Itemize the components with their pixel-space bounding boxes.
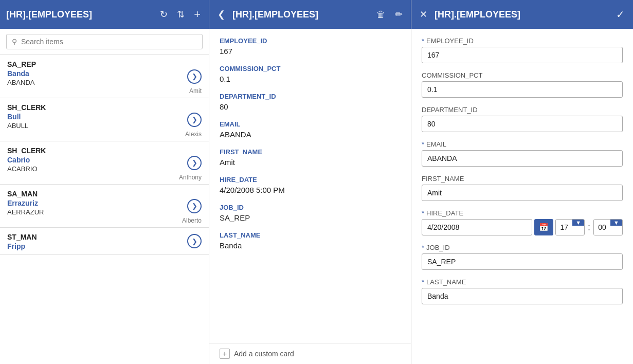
- list-item-code: ABANDA: [7, 79, 202, 86]
- edit-label: *EMPLOYEE_ID: [422, 37, 623, 45]
- commission-input[interactable]: [422, 81, 623, 98]
- refresh-icon[interactable]: ↻: [158, 7, 170, 22]
- detail-field-jobid: JOB_ID SA_REP: [220, 204, 401, 222]
- detail-panel-header: ❮ [HR].[EMPLOYEES] 🗑 ✏: [209, 0, 411, 29]
- delete-icon[interactable]: 🗑: [374, 7, 388, 22]
- date-input[interactable]: [422, 219, 532, 235]
- edit-field-employee-id: *EMPLOYEE_ID: [422, 37, 623, 63]
- list-item-code: ACABRIO: [7, 165, 202, 173]
- list-item-secondary: Alexis: [7, 131, 202, 138]
- list-item-name: Errazuriz: [7, 199, 202, 207]
- list-item-name: Cabrio: [7, 156, 202, 164]
- edit-field-email: *EMAIL: [422, 140, 623, 167]
- edit-label: *JOB_ID: [422, 244, 623, 251]
- edit-panel-header: ✕ [HR].[EMPLOYEES] ✓: [411, 0, 633, 29]
- list-item-job: ST_MAN: [7, 233, 202, 241]
- arrow-right-icon[interactable]: ❯: [187, 234, 202, 248]
- edit-panel-title: [HR].[EMPLOYEES]: [435, 9, 609, 20]
- lastname-input[interactable]: [422, 288, 623, 304]
- arrow-right-icon[interactable]: ❯: [187, 199, 202, 213]
- list-item-name: Bull: [7, 113, 202, 121]
- detail-label: HIRE_DATE: [220, 176, 401, 184]
- list-item-name: Fripp: [7, 242, 202, 250]
- list-item-secondary: Alberto: [7, 217, 202, 224]
- list-item-job: SA_REP: [7, 60, 202, 68]
- list-item[interactable]: SA_MAN Errazuriz AERRAZUR Alberto ❯: [0, 185, 209, 228]
- edit-field-firstname: FIRST_NAME: [422, 175, 623, 201]
- minute-dropdown-button[interactable]: ▼: [610, 220, 622, 226]
- arrow-right-icon[interactable]: ❯: [187, 69, 202, 84]
- detail-field-department: DEPARTMENT_ID 80: [220, 93, 401, 111]
- list-panel-header: [HR].[EMPLOYEES] ↻ ⇅ +: [0, 0, 209, 29]
- minute-value: 00: [594, 220, 610, 235]
- list-item-name: Banda: [7, 69, 202, 78]
- save-icon[interactable]: ✓: [614, 6, 627, 23]
- search-input[interactable]: [21, 38, 197, 46]
- firstname-input[interactable]: [422, 185, 623, 201]
- edit-label: *LAST_NAME: [422, 278, 623, 286]
- detail-label: EMAIL: [220, 120, 401, 128]
- jobid-input[interactable]: [422, 253, 623, 270]
- sort-icon[interactable]: ⇅: [175, 7, 187, 22]
- list-item[interactable]: SH_CLERK Bull ABULL Alexis ❯: [0, 98, 209, 141]
- list-panel: [HR].[EMPLOYEES] ↻ ⇅ + ⚲ SA_REP Banda AB…: [0, 0, 209, 364]
- date-row: 📅 17 ▼ : 00 ▼: [422, 219, 623, 235]
- detail-field-commission: COMMISSION_PCT 0.1: [220, 65, 401, 83]
- calendar-button[interactable]: 📅: [534, 219, 553, 235]
- detail-label: LAST_NAME: [220, 231, 401, 239]
- detail-value: Amit: [220, 158, 401, 167]
- detail-field-lastname: LAST_NAME Banda: [220, 231, 401, 250]
- edit-field-hiredate: *HIRE_DATE 📅 17 ▼ : 00 ▼: [422, 209, 623, 235]
- edit-field-department: DEPARTMENT_ID: [422, 106, 623, 132]
- detail-panel: ❮ [HR].[EMPLOYEES] 🗑 ✏ EMPLOYEE_ID 167 C…: [209, 0, 411, 364]
- detail-label: COMMISSION_PCT: [220, 65, 401, 72]
- detail-field-email: EMAIL ABANDA: [220, 120, 401, 139]
- list-panel-title: [HR].[EMPLOYEES]: [6, 9, 153, 20]
- detail-label: FIRST_NAME: [220, 148, 401, 156]
- detail-label: EMPLOYEE_ID: [220, 37, 401, 45]
- edit-icon[interactable]: ✏: [393, 7, 405, 22]
- edit-panel: ✕ [HR].[EMPLOYEES] ✓ *EMPLOYEE_ID COMMIS…: [411, 0, 633, 364]
- plus-icon: +: [220, 349, 230, 359]
- add-card-label: Add a custom card: [234, 350, 294, 358]
- detail-value: Banda: [220, 241, 401, 250]
- minute-group: 00 ▼: [593, 219, 623, 235]
- arrow-right-icon[interactable]: ❯: [187, 113, 202, 127]
- close-icon[interactable]: ✕: [418, 7, 429, 22]
- detail-value: 0.1: [220, 75, 401, 83]
- search-bar: ⚲: [0, 29, 209, 55]
- arrow-right-icon[interactable]: ❯: [187, 156, 202, 170]
- detail-value: 80: [220, 102, 401, 111]
- detail-value: ABANDA: [220, 130, 401, 139]
- hour-dropdown-button[interactable]: ▼: [572, 220, 584, 226]
- edit-label: COMMISSION_PCT: [422, 71, 623, 79]
- list-item-secondary: Amit: [7, 87, 202, 95]
- back-icon[interactable]: ❮: [215, 7, 227, 22]
- list-item-job: SA_MAN: [7, 190, 202, 198]
- employee-id-input[interactable]: [422, 47, 623, 63]
- add-icon[interactable]: +: [192, 6, 203, 23]
- list-item[interactable]: ST_MAN Fripp ❯: [0, 228, 209, 255]
- detail-label: DEPARTMENT_ID: [220, 93, 401, 100]
- detail-field-employee-id: EMPLOYEE_ID 167: [220, 37, 401, 56]
- list-item[interactable]: SA_REP Banda ABANDA Amit ❯: [0, 55, 209, 98]
- detail-value: 167: [220, 47, 401, 56]
- search-wrapper: ⚲: [6, 34, 203, 49]
- list-item[interactable]: SH_CLERK Cabrio ACABRIO Anthony ❯: [0, 141, 209, 185]
- list-item-secondary: Anthony: [7, 174, 202, 181]
- list-item-code: AERRAZUR: [7, 208, 202, 216]
- edit-label: *EMAIL: [422, 140, 623, 148]
- search-icon: ⚲: [12, 38, 17, 46]
- list-item-code: ABULL: [7, 122, 202, 130]
- detail-label: JOB_ID: [220, 204, 401, 211]
- email-input[interactable]: [422, 150, 623, 167]
- list-item-job: SH_CLERK: [7, 103, 202, 112]
- time-separator: :: [587, 222, 591, 233]
- department-input[interactable]: [422, 116, 623, 132]
- detail-value: SA_REP: [220, 213, 401, 222]
- edit-content: *EMPLOYEE_ID COMMISSION_PCT DEPARTMENT_I…: [411, 29, 633, 364]
- list-content: SA_REP Banda ABANDA Amit ❯ SH_CLERK Bull…: [0, 55, 209, 364]
- detail-field-firstname: FIRST_NAME Amit: [220, 148, 401, 167]
- edit-label: *HIRE_DATE: [422, 209, 623, 217]
- add-custom-card-button[interactable]: + Add a custom card: [209, 343, 411, 364]
